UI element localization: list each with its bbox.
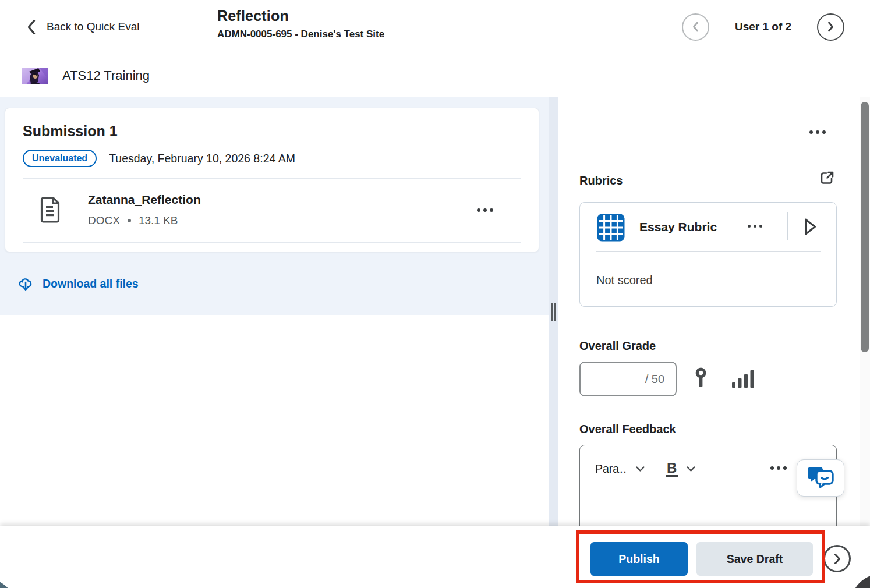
bullet-separator: [128, 219, 131, 222]
download-all-files-label: Download all files: [43, 277, 139, 291]
quick-eval-evaluation-page: Back to Quick Eval Reflection ADMN-0005-…: [0, 0, 870, 588]
student-avatar: [22, 68, 48, 84]
submission-title: Submission 1: [23, 123, 521, 140]
paragraph-style-label: Para…: [595, 462, 626, 476]
overall-feedback-heading: Overall Feedback: [579, 423, 676, 436]
document-icon: [40, 197, 60, 223]
grade-input-box: / 50: [579, 362, 677, 396]
file-name-link[interactable]: Zatanna_Reflection: [88, 193, 201, 207]
submission-status-row: Unevaluated Tuesday, February 10, 2026 8…: [23, 150, 521, 167]
chevron-left-icon: [691, 21, 700, 33]
rubric-name: Essay Rubric: [639, 220, 717, 234]
chevron-down-icon: [686, 466, 696, 472]
scrollbar-thumb[interactable]: [861, 102, 869, 352]
header-back-section: Back to Quick Eval: [0, 0, 193, 54]
editor-overflow-menu-icon[interactable]: [770, 466, 787, 470]
rubrics-popout-icon[interactable]: [819, 170, 835, 188]
bold-format-dropdown[interactable]: B: [666, 461, 696, 477]
grade-scheme-key-icon[interactable]: [695, 367, 707, 392]
chevron-right-icon: [833, 552, 842, 565]
chat-bubbles-icon: [807, 466, 834, 490]
header-title-section: Reflection ADMN-0005-695 - Denise's Test…: [193, 0, 656, 54]
file-size: 13.1 KB: [139, 214, 178, 227]
splitter-handle-icon[interactable]: [551, 303, 556, 321]
top-header: Back to Quick Eval Reflection ADMN-0005-…: [0, 0, 870, 54]
overall-grade-heading: Overall Grade: [579, 339, 656, 353]
action-bar: Publish Save Draft: [0, 526, 870, 588]
editor-toolbar: Para… B: [595, 461, 696, 477]
evaluation-overflow-menu-icon[interactable]: [809, 130, 826, 134]
submission-file-row: Zatanna_Reflection DOCX 13.1 KB: [23, 179, 521, 242]
save-draft-button[interactable]: Save Draft: [696, 542, 813, 576]
divider: [588, 488, 799, 488]
student-name: ATS12 Training: [62, 68, 150, 83]
feedback-comments-button[interactable]: [797, 459, 844, 497]
cloud-download-icon: [17, 275, 34, 292]
divider: [596, 251, 821, 252]
divider: [23, 242, 521, 243]
chevron-down-icon: [635, 466, 645, 472]
submission-card: Submission 1 Unevaluated Tuesday, Februa…: [5, 108, 539, 252]
download-all-files-link[interactable]: Download all files: [17, 275, 139, 292]
file-overflow-menu-icon[interactable]: [477, 208, 493, 212]
paragraph-style-dropdown[interactable]: Para…: [595, 462, 645, 476]
grade-input[interactable]: [581, 363, 676, 395]
panel-splitter[interactable]: [549, 97, 558, 526]
submission-date: Tuesday, February 10, 2026 8:24 AM: [109, 152, 295, 165]
file-meta: DOCX 13.1 KB: [88, 214, 201, 227]
scrollbar-track: [860, 97, 870, 588]
previous-user-button[interactable]: [682, 13, 709, 41]
rubrics-heading: Rubrics: [579, 174, 623, 187]
rubric-expand-icon[interactable]: [803, 217, 818, 239]
rubric-overflow-menu-icon[interactable]: [748, 225, 762, 228]
status-badge: Unevaluated: [23, 150, 97, 167]
user-pager: User 1 of 2: [656, 0, 870, 54]
page-title: Reflection: [217, 8, 656, 24]
file-type: DOCX: [88, 214, 120, 227]
course-subtitle: ADMN-0005-695 - Denise's Test Site: [217, 29, 656, 40]
user-pager-label: User 1 of 2: [735, 20, 791, 33]
rubric-score-status: Not scored: [596, 274, 653, 287]
back-link-label: Back to Quick Eval: [47, 20, 139, 33]
rubric-card[interactable]: Essay Rubric Not scored: [579, 202, 837, 307]
rubric-grid-icon: [596, 213, 625, 245]
next-student-footer-button[interactable]: [823, 545, 851, 572]
submissions-panel: Submission 1 Unevaluated Tuesday, Februa…: [0, 97, 549, 315]
chevron-left-icon: [27, 19, 36, 35]
grade-statistics-icon[interactable]: [732, 370, 754, 390]
back-to-quick-eval-link[interactable]: Back to Quick Eval: [27, 19, 139, 35]
divider: [787, 212, 788, 240]
bold-button[interactable]: B: [666, 461, 678, 477]
chevron-right-icon: [826, 21, 835, 33]
student-bar: ATS12 Training: [0, 55, 870, 97]
file-texts: Zatanna_Reflection DOCX 13.1 KB: [88, 193, 201, 227]
publish-button[interactable]: Publish: [590, 542, 688, 576]
next-user-button[interactable]: [817, 13, 844, 41]
